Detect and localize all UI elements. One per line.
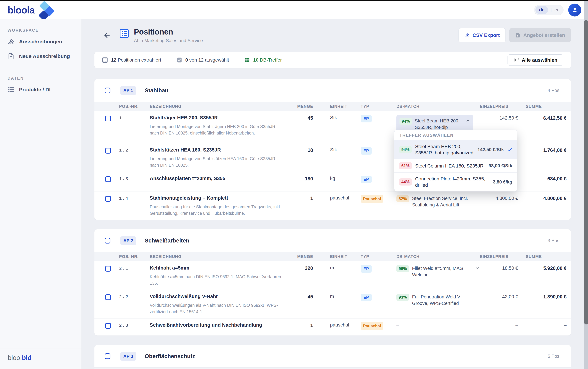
section-card-ap2: AP 2 Schweißarbeiten 3 Pos. POS.-NR. BEZ…	[94, 229, 571, 336]
type-badge: EP	[361, 147, 372, 154]
file-upload-icon	[8, 53, 14, 60]
col-einheit: EINHEIT	[313, 254, 361, 259]
sidebar-item-label: Neue Ausschreibung	[19, 53, 70, 59]
option-price: 142,50 €/Stk	[477, 147, 504, 152]
row-title: Stahlträger HEB 200, S355JR	[150, 115, 286, 121]
dropdown-option-selected[interactable]: 94% Steel Beam HEB 200, S355JR, hot-dip …	[394, 140, 517, 159]
lang-en-option[interactable]: en	[555, 7, 560, 13]
match-percent-badge: 82%	[396, 195, 409, 202]
row-description: Lieferung und Montage von Stahlträgern H…	[150, 123, 284, 136]
type-badge: EP	[361, 176, 372, 183]
row-unit: kg	[313, 176, 361, 188]
col-bezeichnung: BEZEICHNUNG	[150, 254, 286, 259]
pos-nr: 1.4	[117, 195, 150, 216]
user-avatar[interactable]	[568, 4, 581, 17]
sidebar-item-neue-ausschreibung[interactable]: Neue Ausschreibung	[0, 49, 82, 64]
type-badge: Pauschal	[361, 195, 383, 203]
col-pos-nr: POS.-NR.	[117, 254, 150, 259]
row-total: 5.920,00 €	[522, 265, 567, 286]
sidebar-item-ausschreibungen[interactable]: Ausschreibungen	[0, 34, 82, 49]
row-checkbox[interactable]	[105, 148, 111, 154]
row-unit: Stk	[313, 147, 361, 168]
database-list-icon	[8, 86, 14, 93]
sidebar-item-produkte-dl[interactable]: Produkte / DL	[0, 82, 82, 97]
row-qty: 18	[286, 147, 313, 168]
row-title: Schweißnahtvorbereitung und Nachbehandlu…	[150, 322, 286, 328]
db-match[interactable]: 82% Steel Erection Service, incl. Scaffo…	[396, 195, 480, 208]
section-pos-count: 4 Pos.	[547, 88, 561, 93]
csv-export-label: CSV Export	[473, 32, 500, 38]
match-empty: –	[396, 322, 399, 328]
row-checkbox[interactable]	[105, 266, 111, 272]
table-row: 2.2 Volldurchschweißung V-Naht Volldurch…	[94, 290, 571, 318]
row-description: Volldurchschweißungen als V-Naht nach DI…	[150, 302, 284, 315]
document-paragraph-icon: §	[515, 32, 521, 38]
pos-nr: 1.3	[117, 176, 150, 188]
section-badge: AP 1	[120, 86, 136, 95]
csv-export-button[interactable]: CSV Export	[459, 28, 506, 42]
row-title: Stahlstützen HEA 160, S235JR	[150, 147, 286, 153]
logo[interactable]: bloola	[8, 1, 87, 19]
table-row: 2.3 Schweißnahtvorbereitung und Nachbeha…	[94, 318, 571, 336]
type-badge: Pauschal	[361, 322, 383, 330]
row-total: 4.800,00 €	[522, 195, 567, 216]
row-checkbox[interactable]	[105, 196, 111, 202]
dropdown-option[interactable]: 44% Connection Plate t=20mm, S355, drill…	[394, 173, 517, 191]
create-offer-button[interactable]: § Angebot erstellen	[509, 28, 571, 42]
row-title: Stahlmontageleistung – Komplett	[150, 195, 286, 201]
pos-nr: 2.3	[117, 322, 150, 332]
match-label: Steel Erection Service, incl. Scaffoldin…	[412, 195, 468, 208]
col-einheit: EINHEIT	[313, 104, 361, 109]
row-checkbox[interactable]	[105, 176, 111, 182]
row-unit: pauschal	[313, 195, 361, 216]
select-all-button[interactable]: Alle auswählen	[507, 54, 563, 66]
row-unit: m	[313, 265, 361, 286]
arrow-left-icon	[103, 31, 111, 39]
db-match[interactable]: 93% Full Penetration Weld V-Groove, WPS-…	[396, 294, 480, 307]
row-qty: 1	[286, 195, 313, 216]
select-all-icon	[514, 57, 519, 63]
positions-icon	[120, 29, 129, 38]
section-checkbox[interactable]	[105, 353, 110, 359]
match-percent-badge: 93%	[396, 294, 409, 301]
row-checkbox[interactable]	[105, 323, 111, 329]
db-match-selector[interactable]: 96% Fillet Weld a=5mm, MAG Welding	[396, 265, 480, 278]
checkbox-icon	[176, 57, 182, 63]
section-checkbox[interactable]	[105, 88, 110, 93]
row-checkbox[interactable]	[105, 294, 111, 300]
option-price: 3,80 €/kg	[493, 179, 512, 185]
dropdown-option[interactable]: 61% Steel Column HEA 160, S235JR 98,00 €…	[394, 159, 517, 173]
row-checkbox[interactable]	[105, 116, 111, 121]
row-unit: pauschal	[313, 322, 361, 332]
stat-matches-count: 10	[253, 57, 258, 62]
language-toggle[interactable]: de | en	[534, 5, 564, 15]
row-unit: Stk	[313, 115, 361, 140]
col-einzelpreis: EINZELPREIS	[480, 104, 522, 109]
scrollbar-thumb[interactable]	[584, 20, 588, 324]
stat-extracted-count: 12	[111, 57, 116, 62]
col-typ: TYP	[361, 104, 396, 109]
stat-extracted: 12 Positionen extrahiert	[102, 57, 161, 63]
sidebar-section-daten: DATEN	[0, 64, 82, 82]
stat-selected-label: von 12 ausgewählt	[189, 57, 229, 62]
row-unit: m	[313, 294, 361, 315]
row-title: Anschlussplatten t=20mm, S355	[150, 176, 286, 181]
col-menge: MENGE	[286, 104, 313, 109]
section-badge: AP 3	[120, 352, 136, 361]
chevron-down-icon[interactable]	[475, 266, 480, 271]
chevron-up-icon[interactable]	[465, 118, 470, 123]
row-total: 1.890,00 €	[522, 294, 567, 315]
back-button[interactable]	[102, 30, 113, 41]
row-total: 6.412,50 €	[522, 115, 567, 140]
stat-selected: 0 von 12 ausgewählt	[176, 57, 229, 63]
scrollbar-track[interactable]	[584, 1, 588, 369]
row-qty: 45	[286, 294, 313, 315]
stat-db-matches: 10 DB-Treffer	[244, 57, 282, 63]
row-description: Kehlnähte a=5mm nach DIN EN ISO 9692-1, …	[150, 273, 284, 286]
row-description: Pauschalleistung für die Stahlmontage de…	[150, 204, 284, 216]
option-price: 98,00 €/Stk	[488, 163, 512, 169]
download-icon	[464, 32, 470, 38]
lang-de-option[interactable]: de	[536, 6, 548, 14]
section-checkbox[interactable]	[105, 238, 110, 244]
page-title: Positionen	[134, 27, 203, 36]
